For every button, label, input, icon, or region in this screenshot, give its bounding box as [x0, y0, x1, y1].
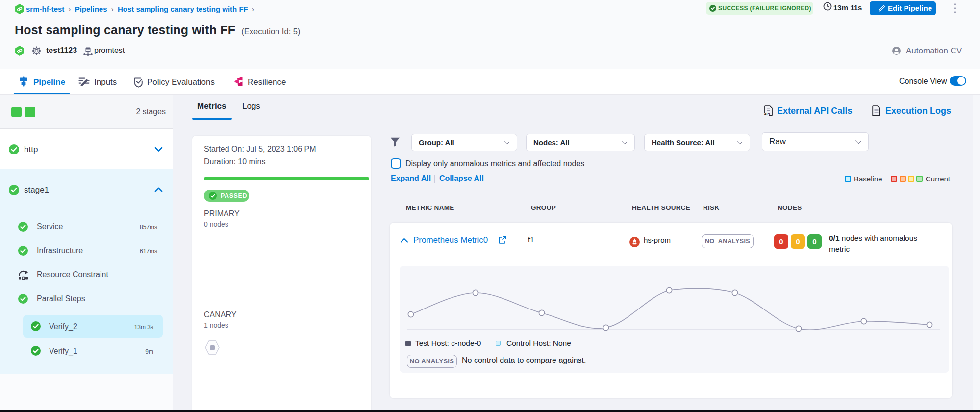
svg-text:API: API	[764, 112, 770, 116]
